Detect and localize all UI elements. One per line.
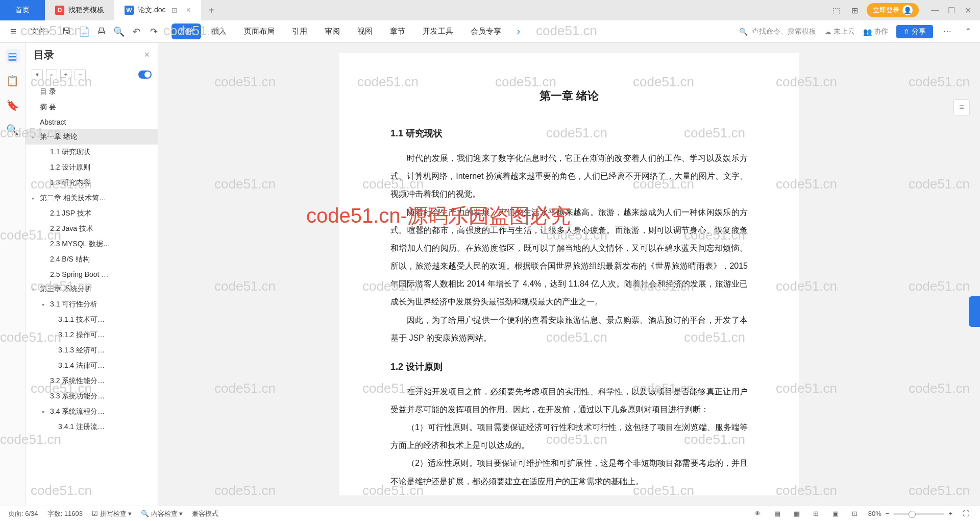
outline-item[interactable]: 3.3 系统功能分…	[26, 389, 158, 404]
remove-button[interactable]: −	[75, 69, 86, 80]
outline-panel: 目录 × ▾ ▫ + − 目 录摘 要Abstract▾第一章 绪论1.1 研究…	[26, 43, 158, 506]
tab-template[interactable]: D 找稻壳模板	[45, 0, 114, 20]
outline-item-label: 1.1 研究现状	[50, 148, 90, 157]
eye-icon[interactable]: 👁	[752, 508, 764, 520]
section-1-1-title: 1.1 研究现状	[390, 124, 748, 144]
undo-icon[interactable]: ↶	[129, 25, 143, 39]
redo-icon[interactable]: ↷	[146, 25, 161, 39]
chevron-down-icon[interactable]: ▾	[32, 134, 39, 140]
maximize-button[interactable]: ☐	[945, 4, 958, 16]
new-icon[interactable]: 📄	[77, 25, 91, 39]
outline-item[interactable]: 3.4.1 注册流…	[26, 419, 158, 435]
word-count[interactable]: 字数: 11603	[47, 509, 83, 518]
section-menu[interactable]: 章节	[383, 23, 412, 39]
outline-item[interactable]: 1.2 设计原则	[26, 160, 158, 175]
share-icon: ⇧	[903, 28, 910, 36]
review-menu[interactable]: 审阅	[317, 23, 347, 39]
side-tab-icon[interactable]	[969, 296, 980, 327]
outline-item[interactable]: 2.5 Spring Boot …	[26, 267, 158, 281]
hamburger-icon[interactable]: ≡	[6, 25, 20, 39]
add-button[interactable]: +	[60, 69, 71, 80]
outline-item[interactable]: 1.3 研究内容	[26, 175, 158, 191]
outline-item[interactable]: 1.1 研究现状	[26, 145, 158, 160]
share-button[interactable]: ⇧ 分享	[896, 25, 933, 38]
outline-item-label: 1.3 研究内容	[50, 178, 90, 187]
tab-home[interactable]: 首页	[0, 0, 45, 20]
page-indicator[interactable]: 页面: 6/34	[8, 509, 38, 518]
layout-icon[interactable]: ⬚	[830, 4, 842, 16]
collapse-all-button[interactable]: ▾	[32, 69, 43, 80]
clipboard-rail-icon[interactable]: 📋	[6, 74, 20, 88]
fullscreen-icon[interactable]: ⛶	[960, 508, 972, 520]
outline-item[interactable]: 摘 要	[26, 100, 158, 115]
outline-item[interactable]: 2.1 JSP 技术	[26, 206, 158, 221]
outline-item[interactable]: ▾第二章 相关技术简…	[26, 191, 158, 206]
chevron-down-icon[interactable]: ▾	[42, 409, 49, 415]
document-area[interactable]: 📄▾ ≡ 第一章 绪论 1.1 研究现状 时代的发展，我们迎来了数字化信息时代，…	[158, 43, 980, 506]
insert-menu[interactable]: 插入	[204, 23, 234, 39]
apps-icon[interactable]: ⊞	[848, 4, 861, 16]
close-icon[interactable]: ×	[186, 6, 190, 15]
coop-button[interactable]: 👥 协作	[863, 27, 888, 36]
chevron-down-icon[interactable]: ▾	[42, 302, 49, 307]
file-menu[interactable]: 文件	[23, 23, 57, 39]
search-box[interactable]: 🔍 查找命令、搜索模板	[739, 27, 816, 36]
view-mode-5-icon[interactable]: ⊡	[849, 508, 861, 520]
content-check[interactable]: 🔍 内容检查 ▾	[141, 509, 183, 518]
chevron-down-icon[interactable]: ▾	[32, 196, 39, 201]
expand-button[interactable]: ▫	[46, 69, 57, 80]
minimize-button[interactable]: —	[929, 4, 941, 16]
save-icon[interactable]: 🖫	[60, 25, 74, 39]
reference-menu[interactable]: 引用	[285, 23, 314, 39]
outline-item[interactable]: Abstract	[26, 115, 158, 129]
collapse-icon[interactable]: ⌃	[962, 26, 974, 38]
layout-menu[interactable]: 页面布局	[237, 23, 282, 39]
outline-item[interactable]: ▾第三章 系统分析	[26, 281, 158, 297]
login-button[interactable]: 立即登录 👤	[867, 3, 919, 17]
preview-icon[interactable]: 🔍	[112, 25, 126, 39]
outline-item[interactable]: 3.2 系统性能分…	[26, 373, 158, 389]
zoom-slider[interactable]	[893, 513, 944, 515]
devtools-menu[interactable]: 开发工具	[415, 23, 460, 39]
search-rail-icon[interactable]: 🔍	[6, 123, 20, 137]
outline-rail-icon[interactable]: ▤	[6, 49, 20, 63]
chevron-down-icon[interactable]: ▾	[32, 287, 39, 292]
spell-check[interactable]: ☑ 拼写检查 ▾	[92, 509, 132, 518]
cloud-status[interactable]: ☁ 未上云	[824, 27, 855, 36]
toggle-switch[interactable]	[138, 70, 152, 79]
zoom-value[interactable]: 80%	[868, 510, 881, 517]
view-mode-1-icon[interactable]: ▤	[771, 508, 783, 520]
zoom-out-button[interactable]: −	[886, 510, 890, 517]
style-floating-icon[interactable]: ≡	[953, 99, 970, 115]
outline-close-icon[interactable]: ×	[144, 50, 150, 60]
outline-item[interactable]: 2.4 B/S 结构	[26, 252, 158, 267]
outline-item[interactable]: ▾3.4 系统流程分…	[26, 404, 158, 419]
outline-item[interactable]: ▾3.1 可行性分析	[26, 297, 158, 312]
view-menu[interactable]: 视图	[350, 23, 380, 39]
outline-item[interactable]: 3.1.2 操作可…	[26, 327, 158, 343]
chevron-right-icon[interactable]: ›	[511, 25, 526, 39]
outline-item[interactable]: 2.2 Java 技术	[26, 221, 158, 236]
outline-item[interactable]: ▾第一章 绪论	[26, 129, 158, 145]
outline-item[interactable]: 2.3 MYSQL 数据…	[26, 236, 158, 252]
zoom-in-button[interactable]: +	[948, 510, 952, 517]
outline-item[interactable]: 3.1.3 经济可…	[26, 343, 158, 358]
view-mode-4-icon[interactable]: ▣	[829, 508, 842, 520]
print-icon[interactable]: 🖶	[94, 25, 109, 39]
compat-mode: 兼容模式	[192, 509, 218, 518]
outline-item[interactable]: 目 录	[26, 84, 158, 100]
view-mode-3-icon[interactable]: ⊞	[810, 508, 822, 520]
bookmark-rail-icon[interactable]: 🔖	[6, 98, 20, 112]
outline-item[interactable]: 3.1.1 技术可…	[26, 312, 158, 327]
projector-icon[interactable]: ⊡	[172, 6, 178, 14]
close-window-button[interactable]: ✕	[962, 4, 974, 16]
section-1-2-title: 1.2 设计原则	[390, 357, 748, 377]
start-menu[interactable]: 开始	[172, 23, 201, 39]
more-icon[interactable]: ⋯	[941, 26, 953, 38]
view-mode-2-icon[interactable]: ▦	[791, 508, 803, 520]
outline-item[interactable]: 3.1.4 法律可…	[26, 358, 158, 373]
tab-template-label: 找稻壳模板	[68, 6, 104, 15]
tab-document[interactable]: W 论文.doc ⊡ ×	[114, 0, 201, 20]
tab-add-button[interactable]: +	[201, 5, 222, 16]
member-menu[interactable]: 会员专享	[463, 23, 508, 39]
